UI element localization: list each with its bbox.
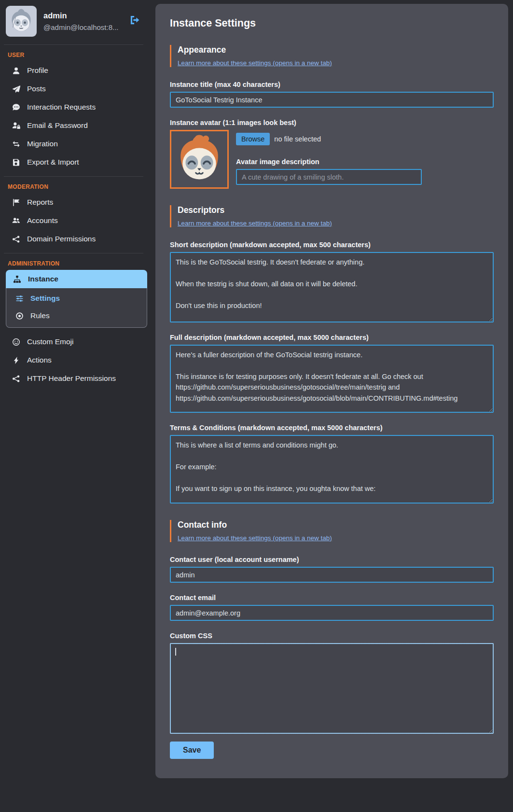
- contact-user-input[interactable]: [170, 567, 494, 583]
- app-root: admin @admin@localhost:8... USER Profile…: [0, 0, 513, 785]
- smiley-icon: [12, 338, 20, 346]
- user-avatar: [6, 6, 37, 37]
- sidebar-item-label: Profile: [27, 66, 48, 75]
- sidebar: admin @admin@localhost:8... USER Profile…: [0, 0, 147, 402]
- user-handle: @admin@localhost:8...: [43, 23, 119, 31]
- learn-more-link[interactable]: Learn more about these settings (opens i…: [178, 220, 332, 227]
- sidebar-section-administration-label: ADMINISTRATION: [0, 253, 147, 270]
- sidebar-item-label: Accounts: [27, 216, 58, 225]
- user-card: admin @admin@localhost:8...: [0, 0, 147, 43]
- flag-icon: [12, 198, 20, 207]
- floppy-disk-icon: [12, 158, 20, 167]
- sidebar-section-user-label: USER: [0, 45, 147, 61]
- sidebar-item-label: Migration: [27, 140, 58, 148]
- sidebar-item-migration[interactable]: Migration: [0, 135, 147, 153]
- sidebar-item-label: Actions: [27, 356, 52, 364]
- short-description-label: Short description (markdown accepted, ma…: [170, 241, 494, 249]
- file-status-text: no file selected: [274, 135, 321, 143]
- sidebar-item-custom-emoji[interactable]: Custom Emoji: [0, 333, 147, 351]
- sloth-avatar-gray-icon: [7, 7, 35, 35]
- field-short-description: Short description (markdown accepted, ma…: [170, 241, 494, 322]
- sidebar-item-label: Custom Emoji: [27, 337, 73, 346]
- sidebar-item-label: Settings: [30, 294, 60, 303]
- user-name: admin: [43, 11, 119, 20]
- field-terms: Terms & Conditions (markdown accepted, m…: [170, 424, 494, 504]
- short-description-textarea[interactable]: This is the GoToSocial testrig. It doesn…: [170, 252, 494, 322]
- terms-label: Terms & Conditions (markdown accepted, m…: [170, 424, 494, 432]
- field-custom-css: Custom CSS: [170, 632, 494, 734]
- sidebar-item-label: Reports: [27, 198, 53, 207]
- browse-button[interactable]: Browse: [236, 133, 270, 145]
- avatar-description-input[interactable]: [236, 169, 422, 185]
- section-title: Contact info: [178, 520, 494, 530]
- user-icon: [12, 67, 20, 75]
- contact-user-label: Contact user (local account username): [170, 556, 494, 563]
- sidebar-item-profile[interactable]: Profile: [0, 61, 147, 80]
- contact-email-label: Contact email: [170, 594, 494, 602]
- field-instance-avatar: Instance avatar (1:1 images look best): [170, 119, 494, 189]
- save-button[interactable]: Save: [170, 742, 214, 759]
- sidebar-item-label: Posts: [27, 84, 46, 93]
- field-instance-title: Instance title (max 40 characters): [170, 81, 494, 108]
- bolt-icon: [12, 356, 20, 364]
- full-description-textarea[interactable]: Here's a fuller description of the GoToS…: [170, 345, 494, 413]
- user-lock-icon: [12, 122, 20, 130]
- avatar-description-label: Avatar image description: [236, 158, 422, 166]
- instance-avatar-preview: [170, 130, 229, 189]
- page-title: Instance Settings: [170, 17, 494, 29]
- learn-more-link[interactable]: Learn more about these settings (opens i…: [178, 59, 332, 67]
- sign-out-button[interactable]: [129, 14, 140, 26]
- sidebar-item-label: Email & Password: [27, 121, 88, 130]
- sidebar-item-label: Export & Import: [27, 158, 79, 167]
- text-caret: [175, 648, 176, 656]
- terms-textarea[interactable]: This is where a list of terms and condit…: [170, 435, 494, 504]
- sidebar-item-settings[interactable]: Settings: [6, 290, 147, 307]
- section-contact-info: Contact info Learn more about these sett…: [170, 520, 494, 542]
- share-nodes-icon: [12, 375, 20, 383]
- circle-dot-icon: [15, 312, 24, 320]
- custom-css-textarea[interactable]: [170, 643, 494, 734]
- arrows-left-right-icon: [12, 140, 20, 148]
- sidebar-section-moderation-label: MODERATION: [0, 177, 147, 193]
- sidebar-item-interaction-requests[interactable]: Interaction Requests: [0, 98, 147, 116]
- sliders-icon: [15, 294, 24, 303]
- sidebar-item-reports[interactable]: Reports: [0, 193, 147, 211]
- sidebar-item-posts[interactable]: Posts: [0, 80, 147, 98]
- sidebar-item-label: Rules: [30, 311, 50, 320]
- sidebar-item-email-password[interactable]: Email & Password: [0, 116, 147, 135]
- section-appearance: Appearance Learn more about these settin…: [170, 45, 494, 67]
- sidebar-item-label: Interaction Requests: [27, 103, 96, 112]
- sidebar-item-actions[interactable]: Actions: [0, 351, 147, 369]
- sidebar-item-label: Domain Permissions: [27, 235, 96, 243]
- sloth-avatar-orange-icon: [172, 132, 226, 186]
- sidebar-item-label: Instance: [28, 275, 58, 283]
- instance-settings-panel: Instance Settings Appearance Learn more …: [155, 4, 508, 778]
- field-contact-user: Contact user (local account username): [170, 556, 494, 583]
- sitemap-icon: [13, 275, 21, 283]
- section-descriptors: Descriptors Learn more about these setti…: [170, 205, 494, 227]
- learn-more-link[interactable]: Learn more about these settings (opens i…: [178, 534, 332, 542]
- instance-submenu: Settings Rules: [6, 288, 147, 328]
- section-title: Descriptors: [178, 205, 494, 215]
- sidebar-item-export-import[interactable]: Export & Import: [0, 153, 147, 171]
- sidebar-item-label: HTTP Header Permissions: [27, 374, 116, 383]
- sign-out-icon: [129, 20, 140, 27]
- user-meta: admin @admin@localhost:8...: [43, 11, 119, 31]
- field-full-description: Full description (markdown accepted, max…: [170, 334, 494, 413]
- sidebar-item-http-header-permissions[interactable]: HTTP Header Permissions: [0, 369, 147, 388]
- paper-plane-icon: [12, 85, 20, 93]
- sidebar-item-instance[interactable]: Instance: [6, 270, 147, 288]
- instance-avatar-label: Instance avatar (1:1 images look best): [170, 119, 494, 126]
- comment-dots-icon: [12, 103, 20, 112]
- custom-css-label: Custom CSS: [170, 632, 494, 640]
- users-icon: [12, 217, 20, 225]
- instance-title-input[interactable]: [170, 92, 494, 108]
- sidebar-item-accounts[interactable]: Accounts: [0, 211, 147, 230]
- contact-email-input[interactable]: [170, 605, 494, 621]
- full-description-label: Full description (markdown accepted, max…: [170, 334, 494, 341]
- sidebar-item-rules[interactable]: Rules: [6, 307, 147, 324]
- share-nodes-icon: [12, 235, 20, 243]
- section-title: Appearance: [178, 45, 494, 55]
- instance-title-label: Instance title (max 40 characters): [170, 81, 494, 88]
- sidebar-item-domain-permissions[interactable]: Domain Permissions: [0, 230, 147, 248]
